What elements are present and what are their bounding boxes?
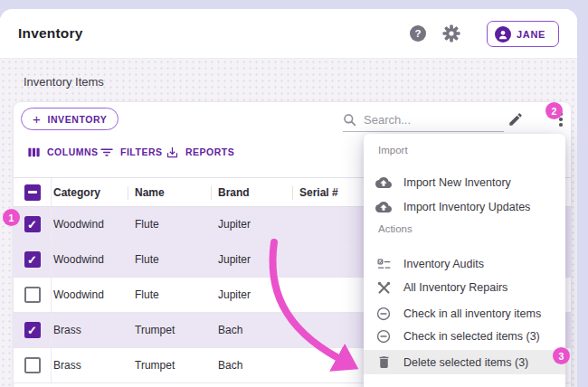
add-inventory-label: INVENTORY — [47, 114, 107, 125]
edit-pencil-icon[interactable] — [507, 111, 524, 127]
filters-label: FILTERS — [120, 146, 162, 157]
cloud-upload-icon — [375, 175, 392, 191]
row-checkbox[interactable] — [24, 357, 41, 373]
search-field[interactable] — [343, 109, 504, 132]
cell-name: Flute — [135, 218, 159, 231]
user-name-label: JANE — [517, 29, 545, 40]
search-input[interactable] — [364, 113, 481, 127]
download-icon — [166, 146, 179, 159]
crossed-tools-icon — [375, 279, 392, 296]
menu-section-import: Import — [378, 145, 408, 156]
column-separator — [292, 186, 293, 200]
row-checkbox[interactable] — [24, 322, 41, 338]
columns-button[interactable]: COLUMNS — [27, 144, 99, 160]
cell-category: Brass — [53, 359, 81, 372]
menu-item-label: Inventory Audits — [403, 258, 484, 270]
cell-name: Flute — [135, 253, 159, 266]
row-checkbox[interactable] — [24, 251, 41, 268]
user-menu-button[interactable]: JANE — [487, 21, 559, 47]
row-checkbox[interactable] — [24, 216, 41, 232]
cloud-upload-icon — [375, 199, 392, 215]
cell-name: Trumpet — [135, 359, 175, 372]
settings-gear-icon[interactable] — [442, 24, 460, 42]
cell-category: Woodwind — [53, 288, 104, 301]
menu-item-label: Check in selected items (3) — [403, 330, 540, 343]
menu-item-import-inventory-updates[interactable]: Import Inventory Updates — [364, 195, 565, 219]
annotation-badge-1: 1 — [3, 209, 20, 226]
row-checkbox[interactable] — [24, 287, 41, 303]
annotation-badge-2: 2 — [545, 102, 563, 119]
column-header-brand[interactable]: Brand — [218, 186, 250, 199]
menu-item-label: Check in all inventory items — [403, 307, 541, 320]
search-icon — [343, 113, 356, 127]
select-all-checkbox[interactable] — [24, 184, 41, 201]
cell-brand: Bach — [218, 359, 242, 372]
app-header: Inventory ? — [0, 9, 577, 59]
section-title: Inventory Items — [24, 75, 104, 89]
columns-label: COLUMNS — [47, 146, 99, 157]
cell-category: Woodwind — [53, 253, 104, 266]
menu-item-label: All Inventory Repairs — [403, 281, 507, 294]
reports-button[interactable]: REPORTS — [166, 144, 234, 160]
cell-brand: Jupiter — [218, 253, 251, 266]
cell-brand: Jupiter — [218, 218, 251, 231]
cell-brand: Bach — [218, 324, 242, 336]
column-header-category[interactable]: Category — [53, 186, 100, 199]
circle-minus-icon — [375, 306, 392, 322]
menu-item-check-in-all[interactable]: Check in all inventory items — [364, 302, 565, 326]
user-avatar-icon — [495, 26, 511, 42]
menu-item-label: Import Inventory Updates — [403, 201, 530, 213]
column-header-name[interactable]: Name — [135, 186, 165, 199]
filter-icon — [100, 146, 114, 159]
column-separator — [128, 186, 128, 200]
filters-button[interactable]: FILTERS — [100, 144, 162, 160]
menu-item-label: Import New Inventory — [403, 176, 511, 189]
circle-minus-icon — [375, 328, 392, 345]
cell-brand: Jupiter — [218, 288, 251, 301]
annotation-badge-3: 3 — [553, 347, 570, 364]
cell-category: Brass — [53, 324, 81, 336]
add-inventory-button[interactable]: + INVENTORY — [21, 108, 119, 130]
menu-item-check-in-selected[interactable]: Check in selected items (3) — [364, 325, 565, 348]
plus-icon: + — [33, 112, 41, 126]
help-icon[interactable]: ? — [410, 25, 426, 42]
checklist-icon — [375, 256, 392, 272]
reports-label: REPORTS — [185, 146, 234, 157]
menu-item-inventory-audits[interactable]: Inventory Audits — [364, 252, 565, 276]
page-title: Inventory — [18, 25, 83, 42]
column-header-serial[interactable]: Serial # — [299, 186, 338, 199]
cell-name: Flute — [135, 288, 159, 301]
overflow-dropdown-menu: Import Import New Inventory Import Inven… — [364, 134, 565, 387]
menu-item-import-new-inventory[interactable]: Import New Inventory — [364, 171, 565, 194]
cell-category: Woodwind — [53, 218, 104, 231]
menu-item-delete-selected[interactable]: Delete selected items (3) — [364, 350, 565, 374]
cell-name: Trumpet — [135, 324, 175, 336]
column-separator — [211, 186, 212, 200]
columns-icon — [27, 146, 41, 159]
trash-icon — [375, 354, 392, 371]
app-window: Inventory ? — [0, 9, 577, 387]
menu-item-label: Delete selected items (3) — [403, 356, 528, 369]
menu-item-all-inventory-repairs[interactable]: All Inventory Repairs — [364, 276, 565, 299]
header-checkbox-cell — [14, 178, 52, 206]
menu-section-actions: Actions — [378, 223, 413, 234]
